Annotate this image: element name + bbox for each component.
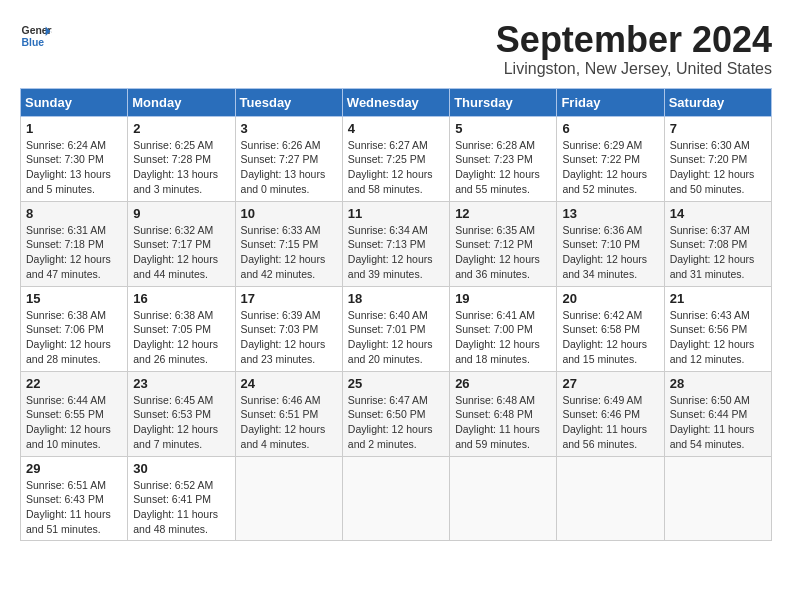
day-number: 10 [241, 206, 337, 221]
day-info: Sunrise: 6:24 AMSunset: 7:30 PMDaylight:… [26, 138, 122, 197]
calendar-cell: 12Sunrise: 6:35 AMSunset: 7:12 PMDayligh… [450, 201, 557, 286]
calendar-cell: 10Sunrise: 6:33 AMSunset: 7:15 PMDayligh… [235, 201, 342, 286]
day-info: Sunrise: 6:33 AMSunset: 7:15 PMDaylight:… [241, 223, 337, 282]
day-number: 25 [348, 376, 444, 391]
calendar-cell: 25Sunrise: 6:47 AMSunset: 6:50 PMDayligh… [342, 371, 449, 456]
calendar-cell [450, 456, 557, 541]
day-of-week-header: Wednesday [342, 88, 449, 116]
calendar-cell [235, 456, 342, 541]
day-number: 16 [133, 291, 229, 306]
calendar-cell: 11Sunrise: 6:34 AMSunset: 7:13 PMDayligh… [342, 201, 449, 286]
day-info: Sunrise: 6:28 AMSunset: 7:23 PMDaylight:… [455, 138, 551, 197]
calendar-cell: 2Sunrise: 6:25 AMSunset: 7:28 PMDaylight… [128, 116, 235, 201]
calendar-cell [342, 456, 449, 541]
calendar-cell: 1Sunrise: 6:24 AMSunset: 7:30 PMDaylight… [21, 116, 128, 201]
day-number: 7 [670, 121, 766, 136]
calendar-cell: 8Sunrise: 6:31 AMSunset: 7:18 PMDaylight… [21, 201, 128, 286]
calendar-cell: 30Sunrise: 6:52 AMSunset: 6:41 PMDayligh… [128, 456, 235, 541]
day-info: Sunrise: 6:48 AMSunset: 6:48 PMDaylight:… [455, 393, 551, 452]
week-row: 29Sunrise: 6:51 AMSunset: 6:43 PMDayligh… [21, 456, 772, 541]
logo: General Blue [20, 20, 52, 52]
day-info: Sunrise: 6:29 AMSunset: 7:22 PMDaylight:… [562, 138, 658, 197]
day-of-week-header: Monday [128, 88, 235, 116]
location-subtitle: Livingston, New Jersey, United States [496, 60, 772, 78]
day-info: Sunrise: 6:45 AMSunset: 6:53 PMDaylight:… [133, 393, 229, 452]
day-info: Sunrise: 6:38 AMSunset: 7:05 PMDaylight:… [133, 308, 229, 367]
day-info: Sunrise: 6:42 AMSunset: 6:58 PMDaylight:… [562, 308, 658, 367]
month-year-title: September 2024 [496, 20, 772, 60]
day-number: 15 [26, 291, 122, 306]
day-info: Sunrise: 6:47 AMSunset: 6:50 PMDaylight:… [348, 393, 444, 452]
day-number: 12 [455, 206, 551, 221]
calendar-cell: 21Sunrise: 6:43 AMSunset: 6:56 PMDayligh… [664, 286, 771, 371]
title-block: September 2024 Livingston, New Jersey, U… [496, 20, 772, 78]
day-info: Sunrise: 6:38 AMSunset: 7:06 PMDaylight:… [26, 308, 122, 367]
day-info: Sunrise: 6:34 AMSunset: 7:13 PMDaylight:… [348, 223, 444, 282]
day-info: Sunrise: 6:50 AMSunset: 6:44 PMDaylight:… [670, 393, 766, 452]
day-number: 20 [562, 291, 658, 306]
calendar-cell: 9Sunrise: 6:32 AMSunset: 7:17 PMDaylight… [128, 201, 235, 286]
calendar-cell: 14Sunrise: 6:37 AMSunset: 7:08 PMDayligh… [664, 201, 771, 286]
day-number: 4 [348, 121, 444, 136]
day-info: Sunrise: 6:44 AMSunset: 6:55 PMDaylight:… [26, 393, 122, 452]
day-number: 9 [133, 206, 229, 221]
day-number: 8 [26, 206, 122, 221]
day-info: Sunrise: 6:46 AMSunset: 6:51 PMDaylight:… [241, 393, 337, 452]
day-number: 29 [26, 461, 122, 476]
week-row: 22Sunrise: 6:44 AMSunset: 6:55 PMDayligh… [21, 371, 772, 456]
day-info: Sunrise: 6:25 AMSunset: 7:28 PMDaylight:… [133, 138, 229, 197]
day-of-week-header: Saturday [664, 88, 771, 116]
day-of-week-header: Friday [557, 88, 664, 116]
calendar-cell: 26Sunrise: 6:48 AMSunset: 6:48 PMDayligh… [450, 371, 557, 456]
day-info: Sunrise: 6:52 AMSunset: 6:41 PMDaylight:… [133, 478, 229, 537]
day-info: Sunrise: 6:30 AMSunset: 7:20 PMDaylight:… [670, 138, 766, 197]
calendar-cell: 13Sunrise: 6:36 AMSunset: 7:10 PMDayligh… [557, 201, 664, 286]
day-number: 17 [241, 291, 337, 306]
day-number: 21 [670, 291, 766, 306]
calendar-cell: 24Sunrise: 6:46 AMSunset: 6:51 PMDayligh… [235, 371, 342, 456]
calendar-cell: 18Sunrise: 6:40 AMSunset: 7:01 PMDayligh… [342, 286, 449, 371]
calendar-cell: 28Sunrise: 6:50 AMSunset: 6:44 PMDayligh… [664, 371, 771, 456]
calendar-cell: 16Sunrise: 6:38 AMSunset: 7:05 PMDayligh… [128, 286, 235, 371]
logo-icon: General Blue [20, 20, 52, 52]
day-info: Sunrise: 6:41 AMSunset: 7:00 PMDaylight:… [455, 308, 551, 367]
day-number: 2 [133, 121, 229, 136]
day-number: 26 [455, 376, 551, 391]
day-info: Sunrise: 6:36 AMSunset: 7:10 PMDaylight:… [562, 223, 658, 282]
day-number: 27 [562, 376, 658, 391]
day-number: 5 [455, 121, 551, 136]
calendar-cell: 23Sunrise: 6:45 AMSunset: 6:53 PMDayligh… [128, 371, 235, 456]
day-number: 1 [26, 121, 122, 136]
week-row: 1Sunrise: 6:24 AMSunset: 7:30 PMDaylight… [21, 116, 772, 201]
days-header-row: SundayMondayTuesdayWednesdayThursdayFrid… [21, 88, 772, 116]
day-number: 18 [348, 291, 444, 306]
calendar-cell: 27Sunrise: 6:49 AMSunset: 6:46 PMDayligh… [557, 371, 664, 456]
calendar-cell: 15Sunrise: 6:38 AMSunset: 7:06 PMDayligh… [21, 286, 128, 371]
calendar-cell: 29Sunrise: 6:51 AMSunset: 6:43 PMDayligh… [21, 456, 128, 541]
calendar-cell: 6Sunrise: 6:29 AMSunset: 7:22 PMDaylight… [557, 116, 664, 201]
day-of-week-header: Tuesday [235, 88, 342, 116]
calendar-cell: 3Sunrise: 6:26 AMSunset: 7:27 PMDaylight… [235, 116, 342, 201]
day-of-week-header: Thursday [450, 88, 557, 116]
day-info: Sunrise: 6:27 AMSunset: 7:25 PMDaylight:… [348, 138, 444, 197]
calendar-cell: 20Sunrise: 6:42 AMSunset: 6:58 PMDayligh… [557, 286, 664, 371]
day-info: Sunrise: 6:51 AMSunset: 6:43 PMDaylight:… [26, 478, 122, 537]
calendar-cell: 17Sunrise: 6:39 AMSunset: 7:03 PMDayligh… [235, 286, 342, 371]
calendar-cell: 5Sunrise: 6:28 AMSunset: 7:23 PMDaylight… [450, 116, 557, 201]
calendar-table: SundayMondayTuesdayWednesdayThursdayFrid… [20, 88, 772, 542]
calendar-cell [664, 456, 771, 541]
day-number: 11 [348, 206, 444, 221]
day-info: Sunrise: 6:49 AMSunset: 6:46 PMDaylight:… [562, 393, 658, 452]
day-info: Sunrise: 6:40 AMSunset: 7:01 PMDaylight:… [348, 308, 444, 367]
calendar-cell [557, 456, 664, 541]
day-of-week-header: Sunday [21, 88, 128, 116]
day-number: 22 [26, 376, 122, 391]
calendar-cell: 7Sunrise: 6:30 AMSunset: 7:20 PMDaylight… [664, 116, 771, 201]
page-header: General Blue September 2024 Livingston, … [20, 20, 772, 78]
day-number: 24 [241, 376, 337, 391]
day-info: Sunrise: 6:43 AMSunset: 6:56 PMDaylight:… [670, 308, 766, 367]
day-number: 3 [241, 121, 337, 136]
day-info: Sunrise: 6:37 AMSunset: 7:08 PMDaylight:… [670, 223, 766, 282]
calendar-cell: 19Sunrise: 6:41 AMSunset: 7:00 PMDayligh… [450, 286, 557, 371]
day-number: 19 [455, 291, 551, 306]
